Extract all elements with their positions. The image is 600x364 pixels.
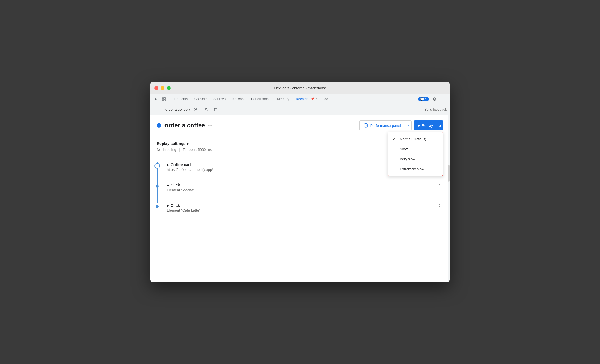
- import-icon[interactable]: [202, 106, 209, 113]
- tab-network[interactable]: Network: [229, 94, 248, 104]
- empty-check-icon: [393, 147, 397, 151]
- play-icon: ▶: [418, 123, 420, 127]
- speed-very-slow-option[interactable]: Very slow: [388, 154, 443, 164]
- main-content: order a coffee ✏ Performance panel ▾: [150, 115, 450, 282]
- chat-count: 1: [425, 98, 427, 101]
- step-dot-large-1: [154, 163, 160, 169]
- performance-panel-dropdown-button[interactable]: ▾: [405, 120, 412, 130]
- title-bar: DevTools - chrome://extensions/: [150, 82, 450, 94]
- empty-check-icon-2: [393, 157, 397, 161]
- speed-slow-option[interactable]: Slow: [388, 144, 443, 154]
- inspect-icon[interactable]: [160, 95, 168, 103]
- chevron-down-icon[interactable]: ▾: [189, 108, 190, 111]
- speed-extremely-slow-option[interactable]: Extremely slow: [388, 164, 443, 174]
- step-click-mocha: ▶ Click Element "Mocha" ⋮: [167, 183, 443, 192]
- tab-memory[interactable]: Memory: [274, 94, 292, 104]
- svg-rect-0: [162, 98, 164, 99]
- step-title-click-mocha: ▶ Click: [167, 183, 436, 187]
- timeout-label: Timeout: 5000 ms: [183, 147, 212, 152]
- chat-badge[interactable]: 💬 1: [418, 97, 429, 101]
- step-content-click-cafe-latte: ▶ Click Element "Cafe Latte": [167, 203, 436, 212]
- step-dot-small-3: [156, 205, 159, 208]
- svg-rect-1: [162, 100, 164, 101]
- empty-check-icon-3: [393, 167, 397, 171]
- minimize-button[interactable]: [161, 86, 164, 90]
- traffic-lights: [154, 86, 171, 90]
- expand-icon-click-cafe-latte[interactable]: ▶: [167, 204, 169, 207]
- recording-dot: [157, 123, 161, 128]
- devtools-window: DevTools - chrome://extensions/ Elements…: [150, 82, 450, 282]
- tab-performance[interactable]: Performance: [248, 94, 274, 104]
- tab-console[interactable]: Console: [191, 94, 210, 104]
- step-more-click-cafe-latte[interactable]: ⋮: [436, 203, 443, 209]
- replay-dropdown-button[interactable]: ▴: [437, 120, 443, 130]
- edit-icon[interactable]: ✏: [208, 123, 212, 128]
- speed-extremely-slow-label: Extremely slow: [400, 167, 424, 171]
- recording-title: order a coffee: [164, 122, 205, 129]
- expand-icon-coffee-cart[interactable]: ▶: [167, 163, 169, 166]
- tab-recorder[interactable]: Recorder 📌 ✕: [292, 94, 321, 104]
- step-subtitle-click-mocha: Element "Mocha": [167, 188, 436, 192]
- window-title: DevTools - chrome://extensions/: [274, 86, 326, 90]
- triangle-right-icon: ▶: [187, 142, 189, 145]
- step-dot-small-2: [156, 185, 159, 188]
- tabs-right-actions: 💬 1 ⚙ ⋮: [418, 95, 448, 103]
- speed-normal-label: Normal (Default): [400, 137, 426, 141]
- header-right: Performance panel ▾ ▶ Replay ▴ ✓: [359, 120, 443, 130]
- devtools-tab-bar: Elements Console Sources Network Perform…: [150, 94, 450, 104]
- throttling-label: No throttling: [157, 147, 176, 152]
- speed-very-slow-label: Very slow: [400, 157, 415, 161]
- recording-selector[interactable]: order a coffee ▾: [165, 107, 190, 111]
- close-button[interactable]: [154, 86, 158, 90]
- step-title-click-cafe-latte: ▶ Click: [167, 203, 436, 208]
- secondary-toolbar: + order a coffee ▾ Send feedback: [150, 104, 450, 115]
- tab-divider-1: [169, 97, 169, 102]
- close-tab-icon[interactable]: ✕: [315, 97, 318, 100]
- settings-icon[interactable]: ⚙: [430, 95, 438, 103]
- expand-icon-click-mocha[interactable]: ▶: [167, 184, 169, 187]
- performance-panel-label: Performance panel: [370, 123, 401, 128]
- speed-dropdown: ✓ Normal (Default) Slow Very slow Extrem…: [388, 132, 443, 176]
- maximize-button[interactable]: [167, 86, 171, 90]
- delete-icon[interactable]: [212, 106, 219, 113]
- recording-header: order a coffee ✏ Performance panel ▾: [150, 115, 450, 136]
- send-feedback-link[interactable]: Send feedback: [424, 108, 447, 111]
- step-content-click-mocha: ▶ Click Element "Mocha": [167, 183, 436, 192]
- replay-label: Replay: [422, 123, 433, 128]
- chat-icon: 💬: [420, 97, 424, 101]
- chevron-up-replay-icon: ▴: [439, 123, 441, 127]
- pin-icon: 📌: [311, 97, 314, 100]
- tab-sources[interactable]: Sources: [210, 94, 229, 104]
- recording-name-label: order a coffee: [165, 107, 188, 111]
- svg-rect-2: [164, 98, 166, 99]
- step-subtitle-click-cafe-latte: Element "Cafe Latte": [167, 208, 436, 212]
- settings-divider: |: [179, 147, 180, 152]
- replay-button[interactable]: ▶ Replay: [414, 120, 437, 130]
- chevron-down-perf-icon: ▾: [407, 123, 409, 127]
- toolbar-divider-1: [163, 107, 163, 112]
- export-icon[interactable]: [193, 106, 200, 113]
- scrollbar[interactable]: [448, 115, 450, 282]
- step-click-cafe-latte: ▶ Click Element "Cafe Latte" ⋮: [167, 203, 443, 212]
- speed-normal-option[interactable]: ✓ Normal (Default): [388, 134, 443, 144]
- more-options-icon[interactable]: ⋮: [440, 95, 448, 103]
- tab-more[interactable]: >>: [321, 94, 332, 104]
- scrollbar-thumb[interactable]: [448, 165, 450, 182]
- cursor-icon[interactable]: [152, 95, 160, 103]
- add-recording-button[interactable]: +: [153, 106, 161, 113]
- tab-elements[interactable]: Elements: [170, 94, 191, 104]
- speed-slow-label: Slow: [400, 147, 408, 151]
- performance-panel-button[interactable]: Performance panel: [359, 120, 405, 130]
- checkmark-icon: ✓: [393, 137, 397, 141]
- step-more-click-mocha[interactable]: ⋮: [436, 183, 443, 189]
- svg-rect-3: [164, 100, 166, 101]
